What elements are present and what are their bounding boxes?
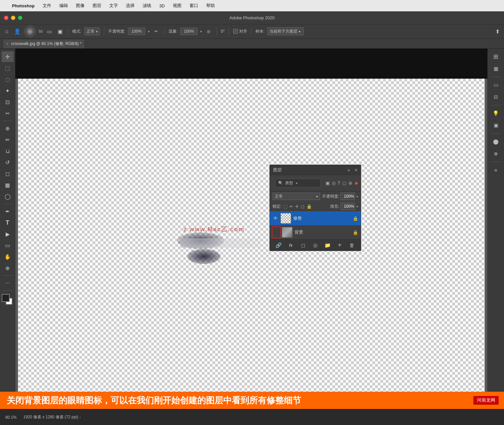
layer-filter-smart-icon[interactable]: ⊕ bbox=[348, 180, 352, 186]
history-brush-tool[interactable]: ↺ bbox=[2, 157, 14, 168]
channels-icon[interactable]: ▦ bbox=[490, 63, 502, 74]
lock-position-icon[interactable]: ✏ bbox=[289, 204, 293, 209]
add-mask-icon[interactable]: ◻ bbox=[299, 241, 307, 249]
lock-all-icon[interactable]: 🔒 bbox=[306, 204, 312, 209]
brush-preview[interactable]: ● bbox=[24, 25, 36, 37]
gradient-tool[interactable]: ▦ bbox=[2, 180, 14, 190]
home-icon[interactable]: ⌂ bbox=[3, 27, 11, 35]
tab-close-icon[interactable]: × bbox=[6, 42, 8, 46]
clone-stamp-tool[interactable]: ⊔ bbox=[2, 146, 14, 156]
layers-panel-toggle[interactable]: ⊞ bbox=[490, 51, 502, 62]
share-icon[interactable]: ⬆ bbox=[493, 27, 501, 35]
shape-tool[interactable]: ▭ bbox=[2, 240, 14, 251]
opacity-input[interactable] bbox=[128, 28, 145, 35]
menu-select[interactable]: 选择 bbox=[125, 2, 136, 9]
lock-artboard-icon[interactable]: ◻ bbox=[301, 204, 304, 209]
layers-search-box[interactable]: 🔍 类型 ▾ bbox=[275, 179, 321, 187]
layer-filter-text-icon[interactable]: T bbox=[338, 180, 341, 186]
align-checkbox[interactable]: ✓ 对齐 bbox=[233, 29, 247, 34]
search-icon: 🔍 bbox=[278, 181, 283, 185]
menu-text[interactable]: 文字 bbox=[108, 2, 119, 9]
opacity-value-input[interactable] bbox=[340, 193, 355, 200]
flow-input[interactable] bbox=[180, 28, 198, 35]
brush-tool[interactable]: ✏ bbox=[2, 134, 14, 145]
layer-lock-xiu[interactable]: 🔒 bbox=[353, 216, 358, 221]
tool-preset-icon[interactable]: 👤 bbox=[13, 27, 21, 35]
lasso-tool[interactable]: ◌ bbox=[2, 74, 14, 85]
hand-tool[interactable]: ✋ bbox=[2, 251, 14, 262]
layers-collapse-icon[interactable]: » bbox=[347, 167, 350, 173]
circle-icon[interactable]: ⬤ bbox=[490, 136, 502, 147]
layer-filter-adjust-icon[interactable]: ◎ bbox=[332, 180, 336, 186]
layer-lock-bg[interactable]: 🔒 bbox=[353, 230, 358, 235]
document-tab[interactable]: × crosswalk.jpg @ 80.1% (修整, RGB/8) * bbox=[3, 39, 85, 48]
node-icon[interactable]: ✿ bbox=[490, 148, 502, 159]
opacity-arrow[interactable]: ▾ bbox=[356, 195, 358, 198]
menu-window[interactable]: 窗口 bbox=[188, 2, 200, 9]
fill-value-input[interactable] bbox=[340, 203, 355, 210]
layer-row-xiu[interactable]: 👁 修整 🔒 bbox=[270, 211, 361, 225]
menu-image[interactable]: 图像 bbox=[75, 2, 86, 9]
menu-file[interactable]: 文件 bbox=[41, 2, 53, 9]
dodge-tool[interactable]: ◯ bbox=[2, 191, 14, 202]
menu-filter[interactable]: 滤镜 bbox=[141, 2, 153, 9]
lightbulb-icon[interactable]: 💡 bbox=[490, 108, 502, 119]
blend-mode-dropdown[interactable]: 正常▾ bbox=[272, 193, 320, 200]
add-adjustment-icon[interactable]: ◎ bbox=[311, 241, 319, 249]
marquee-tool[interactable]: ⬚ bbox=[2, 63, 14, 73]
fx-icon[interactable]: fx bbox=[287, 241, 295, 249]
flow-pressure-icon[interactable]: ◎ bbox=[205, 27, 213, 35]
magic-wand-tool[interactable]: ✦ bbox=[2, 85, 14, 96]
clone-source-icon[interactable]: ▣ bbox=[56, 27, 64, 35]
menu-layer[interactable]: 图层 bbox=[91, 2, 103, 9]
add-layer-icon[interactable]: + bbox=[336, 241, 344, 249]
menu-edit[interactable]: 编辑 bbox=[58, 2, 69, 9]
crop-tool[interactable]: ⊡ bbox=[2, 97, 14, 107]
zoom-tool[interactable]: ⊕ bbox=[2, 263, 14, 273]
layer-filter-image-icon[interactable]: ▣ bbox=[325, 180, 330, 186]
lock-pixels-icon[interactable]: ⬚ bbox=[283, 204, 287, 209]
pressure-icon[interactable]: ✏ bbox=[152, 27, 160, 35]
menu-3d[interactable]: 3D bbox=[158, 3, 166, 9]
fill-arrow[interactable]: ▾ bbox=[356, 205, 358, 208]
maximize-button[interactable] bbox=[18, 16, 22, 20]
link-layers-icon[interactable]: 🔗 bbox=[274, 241, 282, 249]
path-selection-tool[interactable]: ▶ bbox=[2, 229, 14, 239]
more-tools[interactable]: ··· bbox=[2, 278, 14, 288]
group-layers-icon[interactable]: 📁 bbox=[323, 241, 331, 249]
color-swatches[interactable] bbox=[2, 294, 14, 306]
layer-filter-toggle[interactable]: ● bbox=[354, 180, 358, 187]
move-tool[interactable]: ✛ bbox=[2, 51, 14, 62]
spot-heal-tool[interactable]: ⊕ bbox=[2, 123, 14, 134]
layers-header-icons: » ≡ bbox=[347, 167, 357, 173]
close-button[interactable] bbox=[4, 16, 8, 20]
layer-filter-shape-icon[interactable]: ◻ bbox=[342, 180, 346, 186]
adjustments-icon[interactable]: ▭ bbox=[490, 80, 502, 90]
more-info-arrow[interactable]: › bbox=[80, 415, 81, 420]
minimize-button[interactable] bbox=[11, 16, 15, 20]
menu-view[interactable]: 视图 bbox=[172, 2, 183, 9]
eraser-tool[interactable]: ◻ bbox=[2, 168, 14, 179]
menu-help[interactable]: 帮助 bbox=[205, 2, 216, 9]
delete-layer-icon[interactable]: 🗑 bbox=[348, 241, 356, 249]
eyedropper-tool[interactable]: ✂ bbox=[2, 108, 14, 119]
square-icon[interactable]: ▣ bbox=[490, 120, 502, 131]
properties-icon[interactable]: ⊟ bbox=[490, 92, 502, 102]
main-area: ✛ ⬚ ◌ ✦ ⊡ ✂ ⊕ ✏ ⊔ ↺ ◻ ▦ ◯ ✒ T ▶ ▭ ✋ ⊕ ··… bbox=[0, 49, 504, 409]
sample-dropdown[interactable]: 当前和下方图层▾ bbox=[267, 27, 304, 35]
canvas-content[interactable]: z www.Mac乙.com bbox=[18, 79, 485, 406]
layers-menu-icon[interactable]: ≡ bbox=[355, 167, 357, 173]
layer-visibility-bg[interactable] bbox=[272, 229, 278, 235]
layer-row-bg[interactable]: 背景 🔒 bbox=[270, 225, 361, 239]
brush-settings-icon[interactable]: ▭ bbox=[45, 27, 53, 35]
lock-move-icon[interactable]: ✛ bbox=[295, 204, 299, 209]
mode-dropdown[interactable]: 正常▾ bbox=[84, 27, 100, 35]
menu-photoshop[interactable]: Photoshop bbox=[11, 3, 36, 9]
pen-tool[interactable]: ✒ bbox=[2, 206, 14, 217]
foreground-color-swatch[interactable] bbox=[2, 294, 10, 302]
layers-icon[interactable]: ≡ bbox=[490, 165, 502, 175]
filter-dropdown-arrow[interactable]: ▾ bbox=[296, 181, 297, 185]
layer-visibility-xiu[interactable]: 👁 bbox=[272, 215, 278, 221]
type-tool[interactable]: T bbox=[2, 217, 14, 228]
brush-stroke-area bbox=[171, 232, 257, 266]
